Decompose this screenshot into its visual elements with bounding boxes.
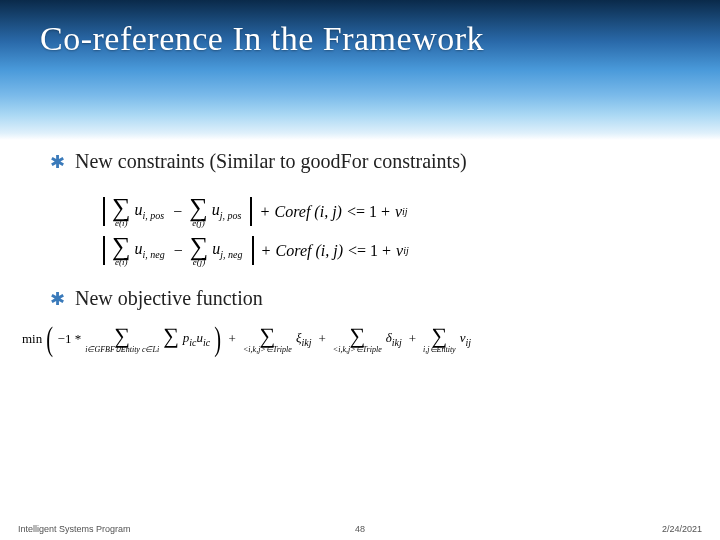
bullet-star-icon: ✱	[50, 290, 65, 308]
bullet-constraints: ✱ New constraints (Similar to goodFor co…	[50, 150, 660, 173]
bullet-text: New constraints (Similar to goodFor cons…	[75, 150, 467, 173]
sigma-icon: ∑	[163, 325, 179, 354]
footer-left: Intelligent Systems Program	[18, 524, 131, 534]
constraint-eq-1: ∑ e(i) ui, pos − ∑ e(j) uj, pos + Coref …	[100, 195, 620, 228]
sigma-icon: ∑ <i,k,j>∈Triple	[333, 325, 382, 354]
sigma-icon: ∑ e(i)	[112, 195, 131, 228]
coref-term: Coref (i, j)	[276, 242, 343, 260]
sigma-icon: ∑ e(i)	[112, 234, 131, 267]
slide-content: ✱ New constraints (Similar to goodFor co…	[0, 140, 720, 514]
slide: Co-reference In the Framework ✱ New cons…	[0, 0, 720, 540]
sigma-icon: ∑ <i,k,j>∈Triple	[243, 325, 292, 354]
slide-footer: Intelligent Systems Program 48 2/24/2021	[0, 514, 720, 540]
bullet-star-icon: ✱	[50, 153, 65, 171]
sigma-icon: ∑ e(j)	[189, 195, 208, 228]
objective-equation: min ( −1 * ∑ i∈GFBF∪Entity c∈Li ∑ picuic…	[20, 322, 660, 356]
page-title: Co-reference In the Framework	[40, 20, 484, 58]
sigma-icon: ∑ i,j∈Entity	[423, 325, 456, 354]
bullet-text: New objective function	[75, 287, 263, 310]
footer-slide-number: 48	[355, 524, 365, 534]
bullet-objective: ✱ New objective function	[50, 287, 660, 310]
sigma-icon: ∑ i∈GFBF∪Entity c∈Li	[85, 325, 159, 354]
footer-date: 2/24/2021	[662, 524, 702, 534]
sigma-icon: ∑ e(j)	[190, 234, 209, 267]
slide-header: Co-reference In the Framework	[0, 0, 720, 140]
constraint-eq-2: ∑ e(i) ui, neg − ∑ e(j) uj, neg + Coref …	[100, 234, 620, 267]
coref-term: Coref (i, j)	[275, 203, 342, 221]
constraint-equations: ∑ e(i) ui, pos − ∑ e(j) uj, pos + Coref …	[70, 185, 660, 287]
